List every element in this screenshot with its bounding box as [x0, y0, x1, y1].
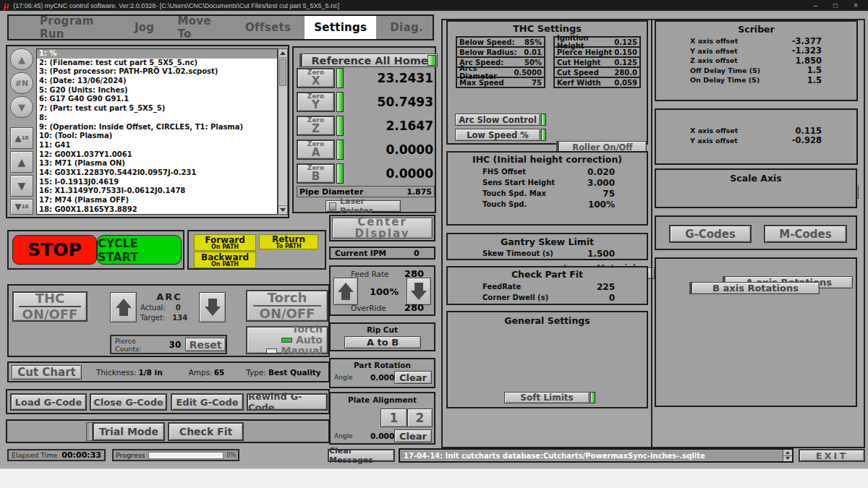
part-fit-value[interactable]: 225 — [597, 282, 615, 292]
forward-on-path-button[interactable]: Forward On PATH — [194, 234, 256, 251]
zero-b-button[interactable]: ZeroB — [297, 163, 335, 184]
part-fit-value[interactable]: 0 — [609, 293, 615, 303]
arc-slow-control-button[interactable]: Arc Slow Control — [455, 114, 540, 126]
tab-move-to[interactable]: Move To — [168, 9, 231, 46]
cycle-start-button[interactable]: CYCLE START — [97, 235, 182, 265]
part-rotation-clear-button[interactable]: Clear — [394, 371, 432, 384]
setting-row[interactable]: Cut Speed280.0 — [555, 68, 639, 78]
m-codes-button[interactable]: M-Codes — [764, 225, 847, 243]
zero-x-button[interactable]: ZeroX — [297, 68, 335, 88]
laser-value[interactable]: 0.115 — [796, 126, 822, 136]
scrollbar-thumb[interactable] — [279, 59, 286, 86]
reference-all-home-button[interactable]: Reference All Home — [299, 53, 438, 67]
gcode-scrollbar[interactable] — [278, 48, 288, 215]
setting-row[interactable]: Pierce Height0.150 — [555, 48, 639, 58]
pierce-reset-button[interactable]: Reset — [185, 338, 226, 351]
gcode-line[interactable]: 4: (Date: 13/06/2024) — [37, 77, 277, 86]
tab-jog[interactable]: Jog — [125, 16, 164, 39]
scriber-value[interactable]: 1.850 — [796, 56, 822, 66]
setting-row[interactable]: Kerf Width0.059 — [555, 78, 639, 88]
gcode-line[interactable]: 3: (Post processor: PATH-PRO V1.02.scpos… — [37, 67, 277, 77]
gcode-line[interactable]: 7: (Part: test cut part 5_5X5_5) — [37, 104, 277, 114]
check-fit-button[interactable]: Check Fit — [168, 422, 244, 441]
goto-program-start-icon[interactable]: ▲ — [10, 48, 33, 70]
gcode-line[interactable]: 2: (Filename: test cut part 5_5X5_5.nc) — [37, 59, 277, 68]
spinner-down-icon[interactable] — [783, 456, 792, 462]
scroll-down-button[interactable]: ▼ — [10, 175, 33, 197]
backward-on-path-button[interactable]: Backward On PATH — [194, 252, 256, 268]
setting-row[interactable]: Ignition Height0.125 — [555, 38, 639, 48]
message-log[interactable]: 17-04-14: Init cutcharts database:Cutcha… — [399, 448, 793, 463]
b-axis-rotations-button[interactable]: B axis Rotations — [689, 282, 820, 294]
trial-mode-button[interactable]: Trial Mode — [93, 422, 165, 441]
tab-settings[interactable]: Settings — [305, 16, 376, 39]
torch-on-off-button[interactable]: Torch ON/OFF — [246, 290, 328, 322]
maximize-icon[interactable]: □ — [833, 1, 838, 9]
exit-button[interactable]: EXIT — [799, 449, 865, 462]
g-codes-button[interactable]: G-Codes — [669, 225, 752, 243]
gcode-line[interactable]: 6: G17 G40 G90 G91.1 — [37, 95, 277, 104]
zero-a-button[interactable]: ZeroA — [297, 140, 335, 160]
laser-pointer-toggle[interactable]: Laser Pointer — [326, 200, 401, 212]
torch-auto-manual-button[interactable]: Torch Auto Manual — [246, 326, 328, 354]
gcode-line[interactable]: 1: % — [37, 49, 277, 59]
ihc-value[interactable]: 100% — [588, 200, 615, 210]
scroll-up-button[interactable]: ▲ — [10, 151, 33, 173]
scriber-value[interactable]: -1.323 — [792, 46, 822, 56]
rewind-gcode-button[interactable]: Rewind G-Code — [247, 393, 328, 411]
gcode-line[interactable]: 15: I-0.1913J0.4619 — [37, 178, 277, 187]
plate-clear-button[interactable]: Clear — [394, 429, 432, 442]
gcode-line[interactable]: 14: G03X1.2283Y0.5442I0.0957J-0.231 — [37, 168, 277, 178]
scriber-value[interactable]: 1.5 — [807, 65, 822, 75]
gcode-line[interactable]: 13: M71 (Plasma ON) — [37, 159, 277, 168]
setting-row[interactable]: Max Speed75 — [457, 78, 544, 88]
scriber-value[interactable]: 1.5 — [807, 75, 822, 85]
gcode-line[interactable]: 5: G20 (Units: Inches) — [37, 86, 277, 95]
thc-on-off-button[interactable]: THC ON/OFF — [12, 291, 88, 322]
load-gcode-button[interactable]: Load G-Code — [10, 393, 87, 411]
zero-z-button[interactable]: ZeroZ — [297, 116, 335, 136]
setting-row[interactable]: Cut Height0.125 — [555, 58, 639, 68]
close-gcode-button[interactable]: Close G-Code — [90, 393, 167, 411]
scrollbar-down-icon[interactable] — [278, 205, 287, 214]
tab-diag[interactable]: Diag. — [380, 16, 433, 39]
minimize-icon[interactable]: – — [814, 1, 818, 9]
ihc-value[interactable]: 3.000 — [587, 178, 615, 188]
spinner-up-icon[interactable] — [783, 450, 792, 456]
gcode-line[interactable]: 16: X1.3149Y0.7533I-0.0612J0.1478 — [37, 187, 277, 196]
override-down-button[interactable] — [407, 278, 431, 305]
goto-program-end-icon[interactable]: ▼ — [10, 96, 33, 118]
gcode-line[interactable]: 17: M74 (Plasma OFF) — [37, 196, 277, 205]
cut-chart-button[interactable]: Cut Chart — [12, 365, 82, 380]
gantry-value[interactable]: 1.500 — [587, 249, 615, 259]
stop-button[interactable]: STOP — [12, 235, 97, 265]
laser-value[interactable]: -0.928 — [792, 135, 822, 145]
plate-align-1-button[interactable]: 1 — [380, 408, 407, 427]
arc-up-button[interactable] — [110, 292, 137, 322]
rip-cut-a-to-b-button[interactable]: A to B — [344, 336, 421, 348]
scroll-up-10-button[interactable]: ▲10 — [10, 127, 33, 149]
gcode-line[interactable]: 10: (Tool: Plasma) — [37, 132, 277, 141]
clear-messages-button[interactable]: Clear Messages — [328, 449, 395, 462]
gcode-line[interactable]: 18: G00X1.8165Y3.8892 — [37, 205, 277, 215]
goto-line-number-icon[interactable]: #N — [10, 72, 33, 94]
gcode-list[interactable]: 1: % 2: (Filename: test cut part 5_5X5_5… — [36, 48, 278, 215]
return-to-path-button[interactable]: Return To PATH — [259, 234, 318, 249]
plate-align-2-button[interactable]: 2 — [407, 408, 433, 427]
low-speed-button[interactable]: Low Speed % — [455, 129, 540, 141]
zero-y-button[interactable]: ZeroY — [297, 92, 335, 112]
scrollbar-up-icon[interactable] — [278, 49, 287, 58]
soft-limits-button[interactable]: Soft Limits — [504, 392, 590, 403]
scroll-down-10-button[interactable]: ▼10 — [10, 199, 33, 215]
setting-row[interactable]: Below Speed:85% — [457, 38, 544, 48]
tab-offsets[interactable]: Offsets — [236, 16, 300, 39]
gcode-line[interactable]: 9: (Operation: Inside Offset, CIRCLES, T… — [37, 123, 277, 132]
scriber-value[interactable]: -3.377 — [792, 36, 822, 46]
gcode-line[interactable]: 8: — [37, 114, 277, 123]
gcode-line[interactable]: 11: G41 — [37, 141, 277, 150]
edit-gcode-button[interactable]: Edit G-Code — [171, 393, 244, 411]
gcode-line[interactable]: 12: G00X1.037Y1.0061 — [37, 150, 277, 160]
setting-row[interactable]: Below Radius:0.01 — [457, 48, 544, 58]
log-spinner[interactable] — [783, 450, 792, 461]
arc-down-button[interactable] — [199, 292, 226, 322]
